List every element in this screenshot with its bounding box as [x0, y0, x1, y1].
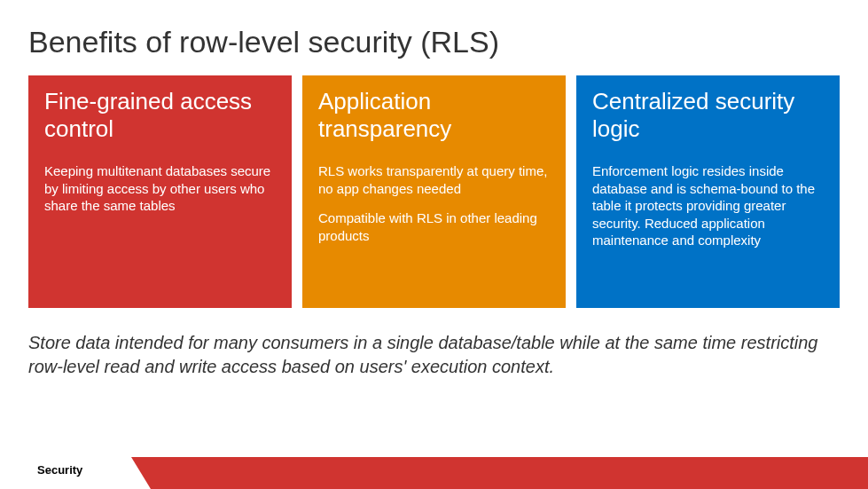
card-paragraph: RLS works transparently at query time, n… [318, 162, 550, 197]
card-application-transparency: Application transparency RLS works trans… [302, 75, 566, 308]
card-heading: Application transparency [318, 88, 550, 143]
card-paragraph: Enforcement logic resides inside databas… [592, 162, 824, 249]
card-body: Enforcement logic resides inside databas… [592, 162, 824, 249]
card-row: Fine-grained access control Keeping mult… [0, 75, 868, 308]
card-heading: Centralized security logic [592, 88, 824, 143]
card-paragraph: Compatible with RLS in other leading pro… [318, 209, 550, 244]
footer-triangle [131, 457, 151, 489]
footer-label: Security [37, 463, 82, 477]
card-centralized-security: Centralized security logic Enforcement l… [576, 75, 840, 308]
card-heading: Fine-grained access control [44, 88, 276, 143]
summary-text: Store data intended for many consumers i… [0, 308, 868, 379]
slide: Benefits of row-level security (RLS) Fin… [0, 0, 868, 489]
slide-title: Benefits of row-level security (RLS) [0, 0, 868, 75]
card-fine-grained: Fine-grained access control Keeping mult… [28, 75, 292, 308]
card-paragraph: Keeping multitenant databases secure by … [44, 162, 276, 215]
card-body: Keeping multitenant databases secure by … [44, 162, 276, 215]
card-body: RLS works transparently at query time, n… [318, 162, 550, 244]
